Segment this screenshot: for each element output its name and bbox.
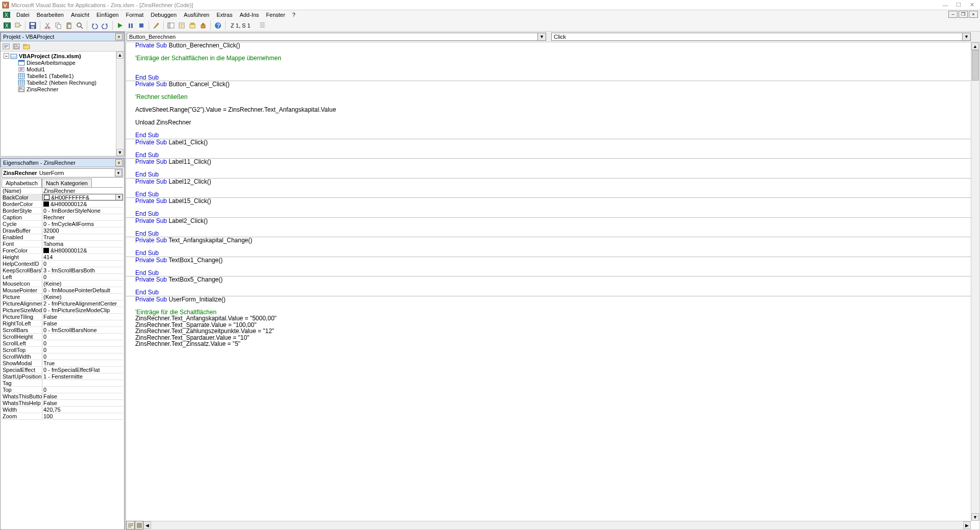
code-line[interactable]: Private Sub Label15_Click() [126,198,971,205]
tree-item[interactable]: Modul1 [2,66,124,72]
property-value[interactable] [42,380,123,386]
procedure-view-button[interactable] [126,521,135,529]
code-line[interactable]: ZinsRechner.Text_Zahlungszeitpunkte.Valu… [126,328,971,335]
menu-format[interactable]: Format [122,11,147,19]
code-line[interactable] [126,68,971,74]
property-row[interactable]: Picture(Keine) [2,294,123,300]
property-row[interactable]: ForeColor&H80000012& [2,247,123,254]
property-value[interactable]: 0 [42,261,123,267]
insert-dropdown-button[interactable] [13,20,23,31]
property-value[interactable]: &H80000012& [42,247,123,254]
redo-button[interactable] [100,20,110,31]
code-line[interactable] [126,302,971,309]
full-module-view-button[interactable] [135,521,143,529]
property-value[interactable]: 0 - fmScrollBarsNone [42,327,123,333]
code-line[interactable]: 'Einträge der Schaltflächen in die Mappe… [126,55,971,62]
code-line[interactable]: End Sub [126,289,971,296]
menu-einfuegen[interactable]: Einfügen [93,11,122,19]
property-value[interactable]: 100 [42,413,123,419]
object-combo[interactable]: Button_Berechnen ▼ [127,33,546,41]
property-value[interactable]: 0 [42,347,123,353]
code-line[interactable]: ZinsRechner.Text_Zinssatz.Value = "5" [126,341,971,347]
property-value[interactable]: False [42,320,123,326]
code-line[interactable]: ActiveSheet.Range("G2").Value = ZinsRech… [126,107,971,113]
properties-panel-close-button[interactable]: × [115,159,122,166]
code-line[interactable]: End Sub [126,231,971,237]
code-line[interactable] [126,224,971,231]
code-line[interactable]: End Sub [126,270,971,276]
reset-button[interactable] [136,20,146,31]
project-panel-title[interactable]: Projekt - VBAProject × [1,32,124,41]
property-value[interactable]: 0 [42,354,123,360]
property-value[interactable]: 420,75 [42,407,123,413]
code-editor[interactable]: Private Sub Button_Berechnen_Click() 'Ei… [126,42,971,521]
scroll-down-icon[interactable]: ▼ [116,149,124,156]
project-tree[interactable]: − VBAProject (Zins.xlsm) DieseArbeitsmap… [1,52,124,156]
property-row[interactable]: WhatsThisHelpFalse [2,400,123,407]
code-line[interactable]: Private Sub TextBox5_Change() [126,276,971,283]
code-line[interactable]: Private Sub Text_Anfangskapital_Change() [126,237,971,244]
property-row[interactable]: Left0 [2,274,123,281]
excel-icon[interactable]: X [2,11,11,19]
mdi-restore-button[interactable]: ❐ [959,11,968,18]
property-value[interactable]: 2 - fmPictureAlignmentCenter [42,300,123,307]
tree-item[interactable]: Tabelle1 (Tabelle1) [2,72,124,79]
view-code-button[interactable] [2,42,11,51]
code-line[interactable] [126,185,971,191]
property-value[interactable]: 0 [42,274,123,280]
paste-button[interactable] [64,20,74,31]
property-row[interactable]: KeepScrollBarsVisible3 - fmScrollBarsBot… [2,267,123,274]
find-button[interactable] [75,20,85,31]
property-row[interactable]: PictureSizeMode0 - fmPictureSizeModeClip [2,307,123,314]
menu-datei[interactable]: Datei [13,11,33,19]
maximize-button[interactable]: ☐ [952,1,965,9]
property-row[interactable]: Width420,75 [2,407,123,413]
code-line[interactable] [126,244,971,250]
horizontal-scrollbar[interactable]: ◀ ▶ [126,521,971,529]
property-value[interactable]: True [42,234,123,240]
scroll-thumb[interactable] [972,50,979,81]
code-line[interactable]: End Sub [126,132,971,139]
code-line[interactable]: End Sub [126,211,971,217]
property-row[interactable]: CaptionRechner [2,214,123,221]
code-line[interactable]: Unload ZinsRechner [126,119,971,126]
code-line[interactable]: Private Sub Label12_Click() [126,179,971,185]
scroll-up-icon[interactable]: ▲ [971,42,979,50]
properties-object-combo[interactable]: ZinsRechner UserForm ▼ [2,168,123,178]
property-value[interactable]: 3 - fmScrollBarsBoth [42,267,123,273]
property-row[interactable]: EnabledTrue [2,234,123,241]
code-line[interactable] [126,113,971,120]
property-row[interactable]: ScrollWidth0 [2,354,123,360]
property-row[interactable]: Top0 [2,387,123,393]
code-line[interactable]: End Sub [126,191,971,198]
menu-fenster[interactable]: Fenster [262,11,288,19]
menu-ansicht[interactable]: Ansicht [67,11,93,19]
menu-extras[interactable]: Extras [213,11,236,19]
code-line[interactable]: Private Sub Label2_Click() [126,218,971,224]
properties-panel-title[interactable]: Eigenschaften - ZinsRechner × [1,158,124,167]
menu-ausfuehren[interactable]: Ausführen [180,11,213,19]
property-row[interactable]: ScrollLeft0 [2,340,123,347]
tree-item[interactable]: ZinsRechner [2,86,124,92]
property-row[interactable]: ScrollTop0 [2,347,123,354]
property-value[interactable]: 414 [42,254,123,260]
code-line[interactable]: Private Sub Label11_Click() [126,159,971,165]
property-value[interactable]: Tahoma [42,241,123,247]
code-line[interactable] [126,165,971,172]
project-explorer-button[interactable] [166,20,176,31]
code-line[interactable] [126,126,971,133]
collapse-icon[interactable]: − [4,53,9,59]
chevron-down-icon[interactable]: ▼ [115,169,122,176]
undo-button[interactable] [89,20,100,31]
property-row[interactable]: DrawBuffer32000 [2,228,123,234]
tree-root[interactable]: − VBAProject (Zins.xlsm) [2,53,124,59]
property-value[interactable]: 0 - fmCycleAllForms [42,221,123,227]
property-value[interactable]: Rechner [42,214,123,220]
property-value[interactable]: True [42,360,123,366]
code-line[interactable] [126,145,971,152]
property-row[interactable]: ScrollHeight0 [2,334,123,340]
view-excel-button[interactable]: X [2,20,12,31]
property-row[interactable]: BorderStyle0 - fmBorderStyleNone [2,208,123,214]
code-line[interactable]: End Sub [126,250,971,257]
cut-button[interactable] [42,20,53,31]
